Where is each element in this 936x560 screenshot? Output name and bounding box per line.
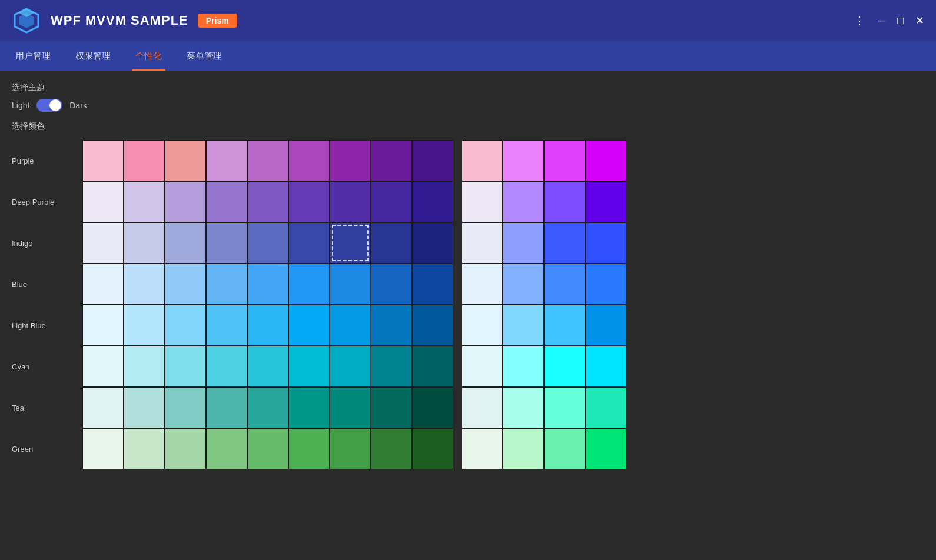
color-swatch[interactable] xyxy=(330,140,371,181)
color-swatch[interactable] xyxy=(330,346,371,387)
color-swatch[interactable] xyxy=(288,387,330,428)
color-swatch[interactable] xyxy=(288,181,330,222)
color-swatch[interactable] xyxy=(412,264,453,305)
color-swatch[interactable] xyxy=(206,222,247,264)
color-swatch[interactable] xyxy=(544,222,585,264)
color-swatch[interactable] xyxy=(206,428,247,469)
color-swatch[interactable] xyxy=(124,387,165,428)
color-swatch[interactable] xyxy=(544,264,585,305)
color-swatch[interactable] xyxy=(288,346,330,387)
color-swatch[interactable] xyxy=(124,346,165,387)
color-swatch[interactable] xyxy=(462,181,503,222)
color-swatch[interactable] xyxy=(165,181,206,222)
color-swatch[interactable] xyxy=(462,305,503,346)
color-swatch[interactable] xyxy=(585,181,626,222)
color-swatch[interactable] xyxy=(247,346,288,387)
color-swatch[interactable] xyxy=(82,387,124,428)
color-swatch[interactable] xyxy=(165,222,206,264)
color-swatch[interactable] xyxy=(585,140,626,181)
color-swatch[interactable] xyxy=(247,140,288,181)
color-swatch[interactable] xyxy=(82,305,124,346)
color-swatch[interactable] xyxy=(544,428,585,469)
color-swatch[interactable] xyxy=(124,305,165,346)
color-swatch[interactable] xyxy=(503,387,544,428)
color-swatch[interactable] xyxy=(412,428,453,469)
color-swatch[interactable] xyxy=(585,387,626,428)
color-swatch[interactable] xyxy=(371,264,412,305)
color-swatch[interactable] xyxy=(503,222,544,264)
color-swatch[interactable] xyxy=(165,346,206,387)
color-swatch[interactable] xyxy=(412,222,453,264)
color-swatch[interactable] xyxy=(544,387,585,428)
color-swatch[interactable] xyxy=(206,387,247,428)
color-swatch[interactable] xyxy=(165,428,206,469)
color-swatch[interactable] xyxy=(330,428,371,469)
color-swatch[interactable] xyxy=(82,140,124,181)
maximize-button[interactable]: □ xyxy=(897,15,904,27)
color-swatch[interactable] xyxy=(206,181,247,222)
color-swatch[interactable] xyxy=(288,264,330,305)
color-swatch[interactable] xyxy=(206,264,247,305)
color-swatch[interactable] xyxy=(124,264,165,305)
color-swatch[interactable] xyxy=(371,140,412,181)
color-swatch[interactable] xyxy=(330,305,371,346)
color-swatch[interactable] xyxy=(585,428,626,469)
color-swatch[interactable] xyxy=(462,428,503,469)
minimize-button[interactable]: ─ xyxy=(878,15,885,27)
close-button[interactable]: ✕ xyxy=(915,14,924,27)
color-swatch[interactable] xyxy=(330,181,371,222)
color-swatch[interactable] xyxy=(412,346,453,387)
color-swatch[interactable] xyxy=(462,140,503,181)
color-swatch[interactable] xyxy=(503,140,544,181)
color-swatch[interactable] xyxy=(544,140,585,181)
color-swatch[interactable] xyxy=(124,222,165,264)
theme-toggle[interactable] xyxy=(36,99,62,112)
color-swatch[interactable] xyxy=(412,387,453,428)
color-swatch[interactable] xyxy=(585,222,626,264)
color-swatch[interactable] xyxy=(247,428,288,469)
color-swatch[interactable] xyxy=(503,181,544,222)
color-swatch[interactable] xyxy=(371,181,412,222)
color-swatch[interactable] xyxy=(503,346,544,387)
color-swatch[interactable] xyxy=(82,264,124,305)
color-swatch[interactable] xyxy=(462,264,503,305)
color-swatch[interactable] xyxy=(412,181,453,222)
color-swatch[interactable] xyxy=(165,264,206,305)
color-swatch[interactable] xyxy=(412,305,453,346)
color-swatch[interactable] xyxy=(165,387,206,428)
color-swatch[interactable] xyxy=(585,264,626,305)
color-swatch[interactable] xyxy=(462,346,503,387)
color-swatch[interactable] xyxy=(206,346,247,387)
color-swatch[interactable] xyxy=(371,346,412,387)
nav-item-personalization[interactable]: 个性化 xyxy=(132,41,165,71)
color-swatch[interactable] xyxy=(462,222,503,264)
color-swatch[interactable] xyxy=(585,305,626,346)
color-swatch[interactable] xyxy=(371,428,412,469)
color-swatch[interactable] xyxy=(462,387,503,428)
color-swatch[interactable] xyxy=(247,387,288,428)
color-swatch[interactable] xyxy=(247,305,288,346)
color-swatch[interactable] xyxy=(124,140,165,181)
color-swatch[interactable] xyxy=(412,140,453,181)
color-swatch[interactable] xyxy=(330,264,371,305)
color-swatch[interactable] xyxy=(330,222,371,264)
color-swatch[interactable] xyxy=(288,305,330,346)
color-swatch[interactable] xyxy=(503,428,544,469)
color-swatch[interactable] xyxy=(371,387,412,428)
color-swatch[interactable] xyxy=(247,222,288,264)
color-swatch[interactable] xyxy=(544,181,585,222)
color-swatch[interactable] xyxy=(371,305,412,346)
nav-item-permission-management[interactable]: 权限管理 xyxy=(72,41,114,71)
color-swatch[interactable] xyxy=(82,181,124,222)
color-swatch[interactable] xyxy=(585,346,626,387)
color-swatch[interactable] xyxy=(82,346,124,387)
nav-item-user-management[interactable]: 用户管理 xyxy=(12,41,54,71)
color-swatch[interactable] xyxy=(82,222,124,264)
color-swatch[interactable] xyxy=(206,305,247,346)
color-swatch[interactable] xyxy=(247,181,288,222)
color-swatch[interactable] xyxy=(503,264,544,305)
color-swatch[interactable] xyxy=(288,428,330,469)
color-swatch[interactable] xyxy=(247,264,288,305)
color-swatch[interactable] xyxy=(82,428,124,469)
color-swatch[interactable] xyxy=(503,305,544,346)
